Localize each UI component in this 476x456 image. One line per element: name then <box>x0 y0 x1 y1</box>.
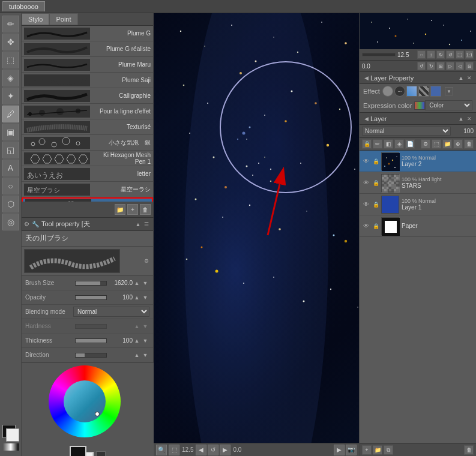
brush-item-plume-g-realiste[interactable]: Plume G réaliste <box>22 41 153 57</box>
nav-next[interactable]: ▶ <box>220 445 230 455</box>
tool-pen[interactable]: ✏ <box>2 16 19 32</box>
brush-item-plume-maru[interactable]: Plume Maru <box>22 57 153 73</box>
layer1-lock-btn[interactable]: 🔒 <box>372 200 380 209</box>
tool-lasso[interactable]: ⬚ <box>2 52 19 68</box>
tool-property-expand[interactable]: ▲ <box>134 220 142 229</box>
opacity-slider[interactable] <box>75 295 107 300</box>
layer-clip-btn[interactable]: ◧ <box>384 139 393 149</box>
layer-header-icon1[interactable]: ◀ <box>362 115 370 123</box>
tool-move[interactable]: ✥ <box>2 34 19 50</box>
undo-icon[interactable]: ↺ <box>417 62 426 70</box>
tool-shape[interactable]: ○ <box>2 178 19 194</box>
direction-down[interactable]: ▼ <box>141 351 149 359</box>
layer-header-close[interactable]: ✕ <box>465 115 474 123</box>
opacity-up[interactable]: ▲ <box>133 293 141 302</box>
layer-lock-transparent-btn[interactable]: 🔒 <box>362 139 372 149</box>
transparent-color-btn[interactable] <box>96 451 106 456</box>
layer-row-stars[interactable]: 👁 🔒 <box>360 172 476 194</box>
layer-lock-draw-btn[interactable]: ✏ <box>373 139 382 149</box>
tool-gradient[interactable]: ◱ <box>2 142 19 158</box>
layer-prop-menu[interactable]: ▲ <box>457 74 465 82</box>
zoom-fit-icon[interactable]: ⬚ <box>456 50 464 59</box>
layer-settings-btn[interactable]: ⚙ <box>421 139 430 149</box>
brush-size-down[interactable]: ▼ <box>141 279 149 287</box>
brush-item-pour-la-ligne[interactable]: Pour la ligne d'effet <box>22 104 153 119</box>
brush-folder-icon[interactable]: 📁 <box>115 204 125 215</box>
stars-lock-btn[interactable]: 🔒 <box>372 179 380 187</box>
tool-frame[interactable]: ⬡ <box>2 196 19 212</box>
effect-blue-icon[interactable] <box>430 86 441 97</box>
background-color-swatch[interactable] <box>6 428 19 442</box>
brush-new-icon[interactable]: + <box>127 204 138 215</box>
camera-icon[interactable]: 📷 <box>346 445 357 455</box>
layer2-visibility-btn[interactable]: 👁 <box>362 157 370 166</box>
expression-color-select[interactable]: Color <box>425 100 472 110</box>
effect-menu-btn[interactable]: ▼ <box>445 87 453 95</box>
flip-h-icon[interactable]: ↔ <box>417 50 426 59</box>
nav-icon4[interactable]: ⊟ <box>465 62 474 70</box>
brush-item-letter[interactable]: あいうえお letter <box>22 166 153 182</box>
rotate-ccw-icon[interactable]: ↺ <box>446 50 454 59</box>
thickness-up[interactable]: ▲ <box>133 337 141 345</box>
layer-row-layer1[interactable]: 👁 🔒 100 % Normal Layer 1 <box>360 194 476 215</box>
layer-row-paper[interactable]: 👁 🔒 Paper <box>360 215 476 237</box>
brush-item-hoshi-space[interactable]: 星空ブラシ 星空ーラシ <box>22 182 153 197</box>
blending-mode-select[interactable]: Normal <box>73 307 149 317</box>
brush-item-ki-hexagon[interactable]: Ki Hexagon Mesh Pen 1 <box>22 151 153 166</box>
rotate-cw-icon[interactable]: ↻ <box>436 50 445 59</box>
main-size-slider[interactable] <box>362 53 396 56</box>
tool-property-menu[interactable]: ☰ <box>142 220 151 229</box>
add-layer-btn[interactable]: + <box>362 445 372 455</box>
layer-prop-icon1[interactable]: ◀ <box>362 74 370 82</box>
direction-up[interactable]: ▲ <box>133 351 141 359</box>
nav-icon1[interactable]: ⊞ <box>436 62 445 70</box>
direction-slider[interactable] <box>75 353 107 358</box>
color-wheel[interactable] <box>49 365 121 437</box>
tab-stylo[interactable]: Stylo <box>22 13 49 25</box>
layer-mask-btn[interactable]: ⬚ <box>432 139 441 149</box>
layer2-lock-btn[interactable]: 🔒 <box>372 157 380 166</box>
brush-size-up[interactable]: ▲ <box>133 279 141 287</box>
effect-dots-icon[interactable]: ··· <box>394 86 405 97</box>
brush-item-calligraphie[interactable]: Calligraphie <box>22 88 153 104</box>
effect-checker-icon[interactable] <box>418 86 429 97</box>
tool-fill[interactable]: ▣ <box>2 124 19 140</box>
add-folder-btn[interactable]: 📁 <box>373 445 382 455</box>
layer-delete-btn[interactable]: 🗑 <box>464 139 474 149</box>
effect-solid-icon[interactable] <box>382 86 393 97</box>
layer-draft-btn[interactable]: 📄 <box>405 139 415 149</box>
layer1-visibility-btn[interactable]: 👁 <box>362 200 370 209</box>
brush-delete-icon[interactable]: 🗑 <box>140 204 151 215</box>
layer-folder-btn[interactable]: 📁 <box>442 139 452 149</box>
color-wheel-container[interactable] <box>49 365 127 443</box>
layer-header-menu[interactable]: ▲ <box>457 115 465 123</box>
tool-eyedrop[interactable]: ✦ <box>2 88 19 104</box>
timeline-icon[interactable]: ▶ <box>334 445 345 455</box>
brush-item-plume-g[interactable]: Plume G <box>22 26 153 41</box>
rotate-icon[interactable]: ↺ <box>208 445 218 455</box>
layer-row-layer2[interactable]: 👁 🔒 <box>360 151 476 172</box>
layer-prop-close[interactable]: ✕ <box>465 74 474 82</box>
layer-reference-btn[interactable]: ◈ <box>394 139 404 149</box>
tool-text[interactable]: A <box>2 160 19 176</box>
zoom-100-icon[interactable]: 1:1 <box>465 50 474 59</box>
brush-size-slider[interactable] <box>75 281 107 286</box>
nav-icon3[interactable]: ◁ <box>456 62 464 70</box>
brush-item-ko-awa[interactable]: 小さな気泡 銀 <box>22 135 153 151</box>
document-tab[interactable]: tutoboooo <box>2 1 45 11</box>
nav-icon2[interactable]: ▷ <box>446 62 454 70</box>
canvas-container[interactable] <box>154 13 359 443</box>
layer-merge-btn[interactable]: ⊕ <box>453 139 463 149</box>
paper-visibility-btn[interactable]: 👁 <box>362 222 370 230</box>
brush-item-amanogawa[interactable]: 天の川ブラシ <box>22 197 153 202</box>
zoom-icon[interactable]: 🔍 <box>156 445 167 455</box>
brush-thumb-settings-icon[interactable]: ⚙ <box>142 257 151 265</box>
tool-3d[interactable]: ◎ <box>2 214 19 230</box>
brush-item-texturise[interactable]: Texturisé <box>22 119 153 135</box>
delete-layer-btn[interactable]: 🗑 <box>464 445 474 455</box>
effect-color-icon[interactable] <box>406 86 417 97</box>
stars-visibility-btn[interactable]: 👁 <box>362 179 370 187</box>
tool-auto-select[interactable]: ◈ <box>2 70 19 86</box>
flip-v-icon[interactable]: ↕ <box>427 50 435 59</box>
opacity-down[interactable]: ▼ <box>141 293 149 302</box>
